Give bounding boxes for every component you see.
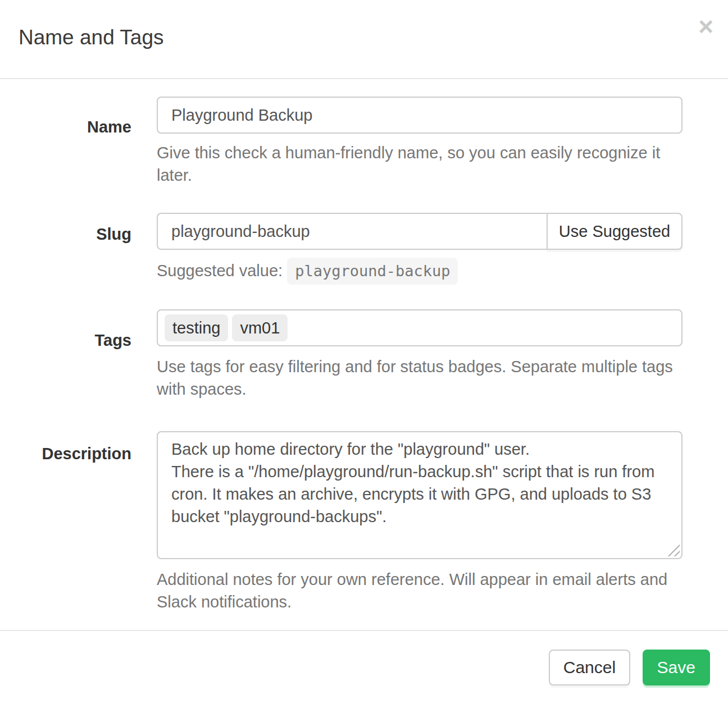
save-button[interactable]: Save [643,650,710,685]
slug-label: Slug [19,224,131,244]
name-help-text: Give this check a human-friendly name, s… [157,141,683,186]
modal-body: Name Give this check a human-friendly na… [0,79,728,630]
description-form-row: Description Back up home directory for t… [19,431,683,613]
tags-input[interactable]: testingvm01 [157,309,683,346]
modal-title: Name and Tags [19,26,711,49]
name-form-row: Name Give this check a human-friendly na… [19,97,683,186]
suggested-slug-code: playground-backup [287,258,458,285]
description-textarea-wrap: Back up home directory for the "playgrou… [157,431,683,559]
tag-chip: testing [165,314,228,341]
tags-help-text: Use tags for easy filtering and for stat… [157,355,683,400]
slug-input-group: Use Suggested [157,213,683,250]
tags-form-row: Tags testingvm01 Use tags for easy filte… [19,309,683,400]
use-suggested-button[interactable]: Use Suggested [547,213,683,250]
slug-input[interactable] [157,213,547,250]
description-help-text: Additional notes for your own reference.… [157,568,683,613]
tags-field: testingvm01 Use tags for easy filtering … [157,309,683,400]
tags-label: Tags [19,330,131,350]
name-field: Give this check a human-friendly name, s… [157,97,683,186]
suggested-value-prefix: Suggested value: [157,262,283,280]
modal-footer: Cancel Save [0,630,728,704]
description-textarea[interactable]: Back up home directory for the "playgrou… [157,431,683,559]
description-field: Back up home directory for the "playgrou… [157,431,683,613]
cancel-button[interactable]: Cancel [549,650,630,685]
description-label: Description [19,444,131,464]
tag-chip: vm01 [232,314,288,341]
slug-field: Use Suggested Suggested value:playground… [157,213,683,285]
modal-header: Name and Tags × [0,0,728,79]
name-input[interactable] [157,97,683,134]
close-icon[interactable]: × [698,13,713,39]
name-and-tags-modal: Name and Tags × Name Give this check a h… [0,0,728,704]
name-label: Name [19,117,131,137]
slug-form-row: Slug Use Suggested Suggested value:playg… [19,213,683,285]
slug-help-text: Suggested value:playground-backup [157,258,683,285]
